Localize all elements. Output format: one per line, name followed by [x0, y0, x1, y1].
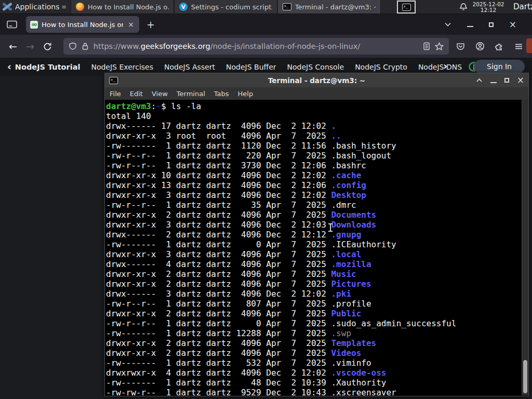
terminal-line: drwxr-xr-x 3 dartz dartz 4096 Apr 7 2025…	[106, 249, 521, 259]
applications-label: Applications	[15, 3, 60, 11]
terminal-line: drwxr-xr-x 2 dartz dartz 4096 Apr 7 2025…	[106, 338, 521, 348]
site-link-console[interactable]: NodeJS Console	[287, 63, 344, 71]
nav-back-link[interactable]: ‹ NodeJS Tutorial	[7, 62, 80, 72]
menu-terminal[interactable]: Terminal	[177, 90, 205, 98]
terminal-minimize-button[interactable]	[490, 82, 497, 83]
menu-edit[interactable]: Edit	[130, 90, 143, 98]
menu-file[interactable]: File	[110, 90, 121, 98]
panel-clock[interactable]: 2025-12-02 12:12	[469, 2, 508, 13]
terminal-close-button[interactable]: ×	[517, 76, 524, 85]
terminal-line: drwxr-xr-x 2 dartz dartz 4096 Apr 7 2025…	[106, 309, 521, 318]
taskbar-button-firefox[interactable]: How to Install Node.js o...	[71, 0, 174, 14]
terminal-line: total 140	[106, 111, 521, 121]
new-tab-button[interactable]: +	[147, 19, 155, 30]
terminal-line: drwxr-xr-x 2 dartz dartz 4096 Apr 7 2025…	[106, 210, 521, 220]
terminal-scrollbar-thumb[interactable]	[523, 360, 527, 393]
terminal-line: drwx------ 2 dartz dartz 4096 Dec 2 12:1…	[106, 230, 521, 240]
tab-close-icon[interactable]: ×	[127, 20, 135, 29]
terminal-line: drwxr-xr-x 13 dartz dartz 4096 Dec 2 12:…	[106, 180, 521, 190]
pocket-icon[interactable]	[456, 42, 465, 51]
site-link-dns[interactable]: NodeJS DNS	[418, 63, 462, 71]
browser-minimize-button[interactable]	[467, 22, 473, 27]
terminal-line: drwx------ 4 dartz dartz 4096 Apr 7 2025…	[106, 259, 521, 269]
xfce-logo-icon	[3, 3, 12, 11]
terminal-titlebar[interactable]: >_ Terminal - dartz@vm3: ~ ×	[105, 73, 528, 87]
terminal-line: drwxr-xr-x 3 dartz dartz 4096 Dec 2 12:0…	[106, 220, 521, 230]
clock-time: 12:12	[469, 7, 508, 13]
terminal-launcher[interactable]: >_	[397, 1, 416, 14]
tab-bar: oo How to Install Node.js on × + ×	[0, 14, 532, 35]
terminal-line: drwx------ 3 dartz dartz 4096 Dec 2 12:0…	[106, 289, 521, 299]
taskbar-button-terminal[interactable]: >_ Terminal - dartz@vm3: ~	[277, 0, 381, 14]
terminal-line: dartz@vm3:~$ ls -la	[106, 101, 521, 111]
site-link-crypto[interactable]: NodeJS Crypto	[355, 63, 407, 71]
browser-close-button[interactable]: ×	[509, 20, 516, 29]
edge-red-indicator	[526, 38, 532, 53]
terminal-output[interactable]: dartz@vm3:~$ ls -latotal 140drwx------ 1…	[106, 101, 521, 395]
codium-icon: V	[179, 3, 188, 11]
menu-help[interactable]: Help	[238, 90, 254, 98]
terminal-shade-button[interactable]	[476, 78, 483, 83]
hamburger-menu-icon[interactable]	[514, 43, 523, 50]
terminal-line: -rw-r--r-- 1 dartz dartz 35 Apr 7 2025 .…	[106, 200, 521, 210]
terminal-line: -rw-r--r-- 1 dartz dartz 807 Apr 7 2025 …	[106, 299, 521, 309]
browser-maximize-button[interactable]	[489, 22, 494, 27]
account-icon[interactable]	[475, 42, 485, 51]
sign-in-button[interactable]: Sign In	[474, 60, 525, 73]
lock-icon[interactable]	[82, 42, 89, 50]
reader-mode-icon[interactable]	[423, 42, 430, 50]
terminal-body: dartz@vm3:~$ ls -latotal 140drwx------ 1…	[105, 100, 528, 395]
url-text: https://www.geeksforgeeks.org/node-js/in…	[94, 42, 418, 50]
window-taskbar: How to Install Node.js o... V Settings -…	[71, 0, 381, 14]
terminal-menubar: File Edit View Terminal Tabs Help	[105, 87, 528, 100]
applications-menu[interactable]: Applications ≡	[0, 0, 71, 14]
url-path: /node-js/installation-of-node-js-on-linu…	[210, 42, 360, 50]
terminal-scrollbar[interactable]	[522, 100, 528, 395]
terminal-line: drwxr-xr-x 10 dartz dartz 4096 Dec 2 12:…	[106, 170, 521, 180]
tab-title: How to Install Node.js on	[42, 21, 123, 29]
terminal-line: drwxr-xr-x 3 dartz dartz 4096 Dec 2 12:0…	[106, 190, 521, 200]
chevron-left-icon: ‹	[7, 62, 11, 72]
menu-tabs[interactable]: Tabs	[214, 90, 229, 98]
terminal-line: -rw------- 1 dartz dartz 48 Dec 2 10:39 …	[106, 378, 521, 388]
site-link-assert[interactable]: NodeJS Assert	[164, 63, 215, 71]
url-scheme: https://www.	[94, 42, 141, 50]
firefox-icon	[76, 3, 84, 11]
taskbar-button-codium[interactable]: V Settings - codium script...	[174, 0, 277, 14]
terminal-icon: >_	[109, 77, 118, 84]
terminal-maximize-button[interactable]	[504, 78, 509, 83]
navigation-toolbar: ← → ht	[0, 35, 532, 58]
menu-lines-icon: ≡	[62, 4, 66, 10]
chevron-right-icon[interactable]: ›	[443, 60, 447, 72]
list-all-tabs-icon[interactable]	[444, 21, 451, 28]
terminal-icon: >_	[283, 3, 291, 10]
panel-username[interactable]: Dartz	[513, 2, 532, 11]
site-link-buffer[interactable]: NodeJS Buffer	[226, 63, 276, 71]
forward-button: →	[26, 41, 34, 52]
extensions-puzzle-icon[interactable]	[495, 42, 504, 51]
menu-view[interactable]: View	[152, 90, 168, 98]
terminal-line: -rw-r--r-- 1 dartz dartz 0 Apr 7 2025 .s…	[106, 318, 521, 328]
terminal-line: -rw-r--r-- 1 dartz dartz 220 Apr 7 2025 …	[106, 151, 521, 161]
terminal-icon: >_	[402, 4, 411, 11]
terminal-window: >_ Terminal - dartz@vm3: ~ × File Edit V…	[104, 73, 529, 396]
terminal-line: -rw------- 1 dartz dartz 0 Apr 7 2025 .I…	[106, 240, 521, 249]
url-bar[interactable]: https://www.geeksforgeeks.org/node-js/in…	[63, 38, 449, 55]
terminal-line: -rw------- 1 dartz dartz 12288 Apr 7 202…	[106, 328, 521, 338]
text-cursor	[327, 223, 334, 232]
reload-icon[interactable]	[43, 42, 52, 51]
browser-tab[interactable]: oo How to Install Node.js on ×	[26, 16, 139, 33]
firefox-view-icon[interactable]	[6, 20, 18, 29]
terminal-line: drwxr-xr-x 2 dartz dartz 4096 Apr 7 2025…	[106, 279, 521, 289]
terminal-line: drwxr-xr-x 3 root root 4096 Apr 7 2025 .…	[106, 131, 521, 141]
bookmark-star-icon[interactable]	[435, 42, 444, 51]
notification-bell-icon[interactable]	[459, 3, 468, 11]
terminal-line: -rw-r--r-- 1 dartz dartz 3730 Dec 2 12:0…	[106, 161, 521, 170]
site-link-exercises[interactable]: NodeJS Exercises	[91, 63, 153, 71]
back-button[interactable]: ←	[9, 41, 17, 52]
shield-icon[interactable]	[69, 42, 77, 50]
geeksforgeeks-favicon: oo	[30, 21, 38, 29]
terminal-line: -rw------- 1 dartz dartz 1120 Dec 2 11:5…	[106, 141, 521, 151]
terminal-line: drwxr-xr-x 2 dartz dartz 4096 Apr 7 2025…	[106, 348, 521, 358]
terminal-line: drwxr-xr-x 2 dartz dartz 4096 Apr 7 2025…	[106, 269, 521, 279]
